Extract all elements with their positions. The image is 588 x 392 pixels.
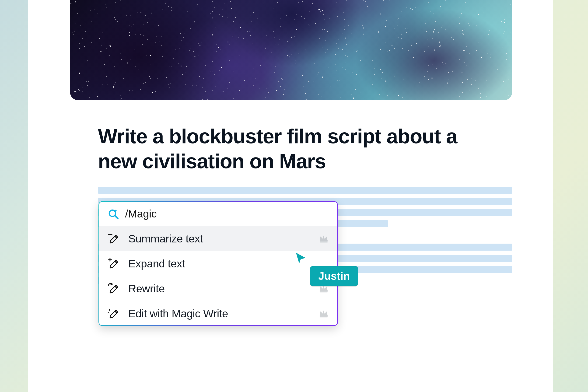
menu-item-summarize-text[interactable]: Summarize text	[98, 226, 338, 251]
menu-item-edit-with-magic-write[interactable]: Edit with Magic Write	[98, 301, 338, 326]
menu-item-label: Expand text	[128, 257, 310, 270]
collaborator-name-tag: Justin	[310, 266, 358, 286]
page-title: Write a blockbuster film script about a …	[98, 124, 495, 174]
document-page: Write a blockbuster film script about a …	[28, 0, 553, 392]
svg-line-1	[115, 216, 118, 219]
menu-item-label: Edit with Magic Write	[128, 307, 310, 320]
crown-icon	[318, 308, 329, 319]
menu-item-label: Rewrite	[128, 282, 310, 295]
pencil-swirl-icon	[107, 282, 120, 295]
magic-command-menu: Summarize text Expand text	[98, 201, 338, 326]
magic-search-row	[98, 201, 338, 226]
svg-rect-9	[320, 291, 328, 292]
menu-item-rewrite[interactable]: Rewrite	[98, 276, 338, 301]
menu-item-expand-text[interactable]: Expand text	[98, 251, 338, 276]
crown-icon	[318, 233, 329, 244]
hero-image-starry-sky	[70, 0, 512, 100]
pencil-plus-icon	[107, 258, 120, 270]
svg-rect-11	[320, 316, 328, 317]
magic-search-input[interactable]	[125, 207, 329, 220]
pencil-minus-icon	[107, 233, 120, 245]
pencil-sparkle-icon	[107, 308, 120, 320]
svg-rect-4	[320, 241, 328, 242]
menu-item-label: Summarize text	[128, 232, 310, 245]
magic-search-icon	[107, 208, 120, 220]
